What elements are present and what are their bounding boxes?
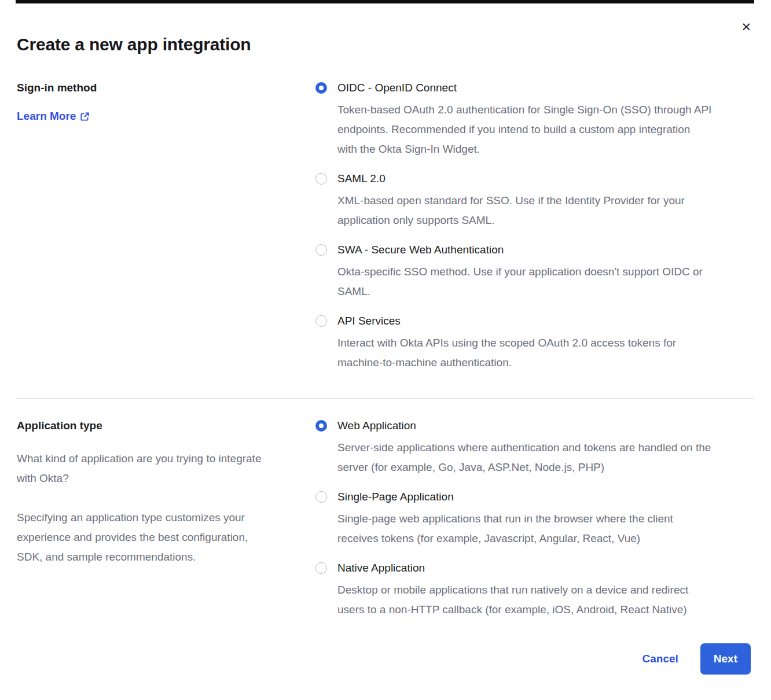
radio-icon[interactable]: [315, 315, 327, 327]
top-edge-bar: [16, 0, 754, 3]
option-label[interactable]: API Services: [337, 314, 676, 328]
option-description: XML-based open standard for SSO. Use if …: [337, 191, 685, 230]
section-divider: [16, 398, 754, 399]
radio-icon[interactable]: [315, 173, 327, 185]
option-label[interactable]: OIDC - OpenID Connect: [337, 81, 711, 95]
radio-option-web-application[interactable]: Web Application Server-side applications…: [315, 419, 754, 477]
radio-option-native-application[interactable]: Native Application Desktop or mobile app…: [315, 561, 754, 620]
application-type-help-text: Specifying an application type customize…: [17, 508, 315, 567]
learn-more-label: Learn More: [17, 110, 76, 123]
option-description: Token-based OAuth 2.0 authentication for…: [337, 100, 711, 159]
application-type-label: Application type: [17, 419, 315, 433]
radio-icon[interactable]: [315, 244, 327, 256]
radio-option-api-services[interactable]: API Services Interact with Okta APIs usi…: [315, 314, 754, 373]
application-type-question: What kind of application are you trying …: [17, 449, 315, 488]
application-type-section: Application type What kind of applicatio…: [17, 419, 754, 620]
option-label[interactable]: Web Application: [337, 419, 711, 433]
option-description: Okta-specific SSO method. Use if your ap…: [337, 262, 703, 301]
external-link-icon: [80, 112, 90, 121]
option-description: Desktop or mobile applications that run …: [337, 580, 688, 620]
dialog-footer: Cancel Next: [642, 643, 751, 675]
radio-option-single-page-application[interactable]: Single-Page Application Single-page web …: [315, 490, 754, 548]
radio-option-saml[interactable]: SAML 2.0 XML-based open standard for SSO…: [315, 172, 754, 230]
option-description: Single-page web applications that run in…: [337, 509, 673, 548]
dialog-title: Create a new app integration: [17, 35, 251, 54]
radio-option-swa[interactable]: SWA - Secure Web Authentication Okta-spe…: [315, 243, 754, 301]
option-description: Interact with Okta APIs using the scoped…: [337, 333, 676, 373]
next-button[interactable]: Next: [700, 643, 751, 675]
radio-icon[interactable]: [315, 82, 327, 94]
radio-icon[interactable]: [315, 562, 327, 574]
signin-method-label: Sign-in method: [17, 81, 315, 95]
option-label[interactable]: SAML 2.0: [337, 172, 685, 186]
radio-icon[interactable]: [315, 420, 327, 432]
close-icon[interactable]: ✕: [741, 21, 751, 33]
radio-icon[interactable]: [315, 491, 327, 503]
option-description: Server-side applications where authentic…: [337, 438, 711, 477]
cancel-button[interactable]: Cancel: [642, 653, 678, 665]
option-label[interactable]: Single-Page Application: [337, 490, 673, 504]
option-label[interactable]: Native Application: [337, 561, 688, 575]
radio-option-oidc[interactable]: OIDC - OpenID Connect Token-based OAuth …: [315, 81, 754, 159]
learn-more-link[interactable]: Learn More: [17, 110, 90, 123]
option-label[interactable]: SWA - Secure Web Authentication: [337, 243, 703, 257]
signin-method-section: Sign-in method Learn More OIDC - OpenID …: [17, 81, 754, 373]
